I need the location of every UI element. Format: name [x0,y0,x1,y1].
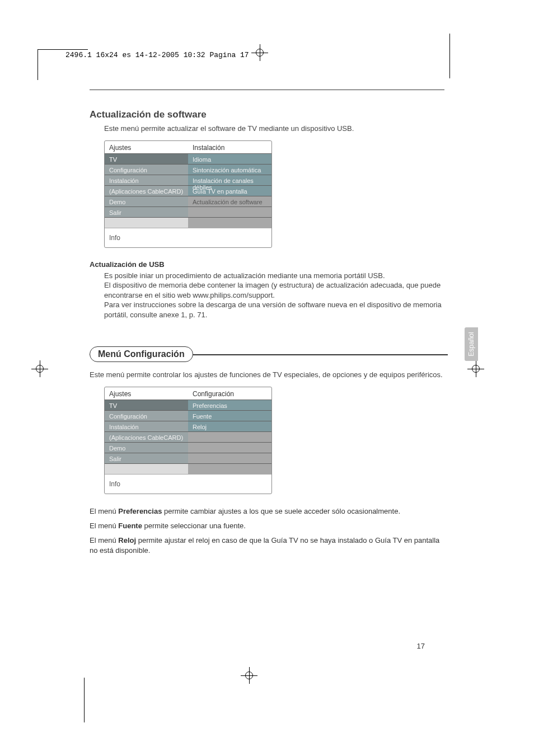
crop-mark [449,34,450,78]
registration-mark-icon [471,364,481,374]
menu-panel-configuracion: Ajustes TV Configuración Instalación (Ap… [104,387,272,494]
section2-intro: Este menú permite controlar los ajustes … [90,370,448,380]
language-tab: Español [465,327,478,361]
menu-item-configuracion[interactable]: Configuración [105,410,188,421]
language-tab-label: Español [467,332,475,356]
page-number: 17 [417,642,425,650]
menu-item-demo[interactable]: Demo [105,442,188,453]
submenu-item-idioma[interactable]: Idioma [188,153,271,164]
submenu-item-empty [188,442,271,453]
paragraph-reloj: El menú Reloj permite ajustar el reloj e… [90,536,448,556]
menu-right-header: Instalación [188,141,271,153]
pill-heading: Menú Configuración [90,346,193,362]
registration-mark-icon [35,364,45,374]
paragraph-fuente: El menú Fuente permite seleccionar una f… [90,521,448,531]
menu-item-cablecard[interactable]: (Aplicaciones CableCARD) [105,185,188,196]
subsection-title: Actualización de USB [90,260,448,269]
submenu-item-sintonizacion[interactable]: Sintonización automática [188,164,271,175]
subsection-body: Es posible iniar un procedimiento de act… [104,271,448,320]
menu-right-header: Configuración [188,387,271,400]
submenu-item-empty [188,206,271,217]
menu-left-header: Ajustes [105,387,188,400]
submenu-item-empty [188,463,271,474]
submenu-item-empty [188,431,271,442]
menu-item-cablecard[interactable]: (Aplicaciones CableCARD) [105,431,188,442]
menu-left-header: Ajustes [105,141,188,153]
section-intro: Este menú permite actualizar el software… [104,124,448,134]
crop-mark [84,678,85,722]
menu-item-salir[interactable]: Salir [105,453,188,463]
submenu-item-fuente[interactable]: Fuente [188,410,271,421]
content: Actualización de software Este menú perm… [90,109,448,561]
menu-item-tv[interactable]: TV [105,153,188,164]
menu-item-tv[interactable]: TV [105,400,188,410]
menu-item-empty [105,217,188,228]
section-title: Actualización de software [90,109,448,120]
menu-info-row: Info [105,228,271,247]
registration-mark-icon [244,670,254,680]
menu-item-configuracion[interactable]: Configuración [105,164,188,175]
submenu-item-empty [188,453,271,463]
submenu-item-canales-debiles[interactable]: Instalación de canales débiles [188,175,271,185]
body-text: El menú Preferencias permite cambiar aju… [90,506,448,556]
pill-heading-wrap: Menú Configuración [90,346,448,362]
submenu-item-empty [188,217,271,228]
menu-item-salir[interactable]: Salir [105,206,188,217]
registration-mark-icon [255,48,265,58]
print-header: 2496.1 16x24 es 14-12-2005 10:32 Pagina … [65,51,249,59]
page: 2496.1 16x24 es 14-12-2005 10:32 Pagina … [0,0,534,756]
menu-panel-instalacion: Ajustes TV Configuración Instalación (Ap… [104,140,272,248]
crop-mark [38,49,38,80]
menu-item-instalacion[interactable]: Instalación [105,421,188,431]
menu-item-demo[interactable]: Demo [105,196,188,206]
submenu-item-actualizacion-software[interactable]: Actualización de software [188,196,271,206]
crop-mark [38,49,88,50]
menu-item-instalacion[interactable]: Instalación [105,175,188,185]
submenu-item-reloj[interactable]: Reloj [188,421,271,431]
menu-info-row: Info [105,474,271,494]
menu-item-empty [105,463,188,474]
submenu-item-preferencias[interactable]: Preferencias [188,400,271,410]
paragraph-preferencias: El menú Preferencias permite cambiar aju… [90,506,448,516]
frame-line [90,90,444,90]
